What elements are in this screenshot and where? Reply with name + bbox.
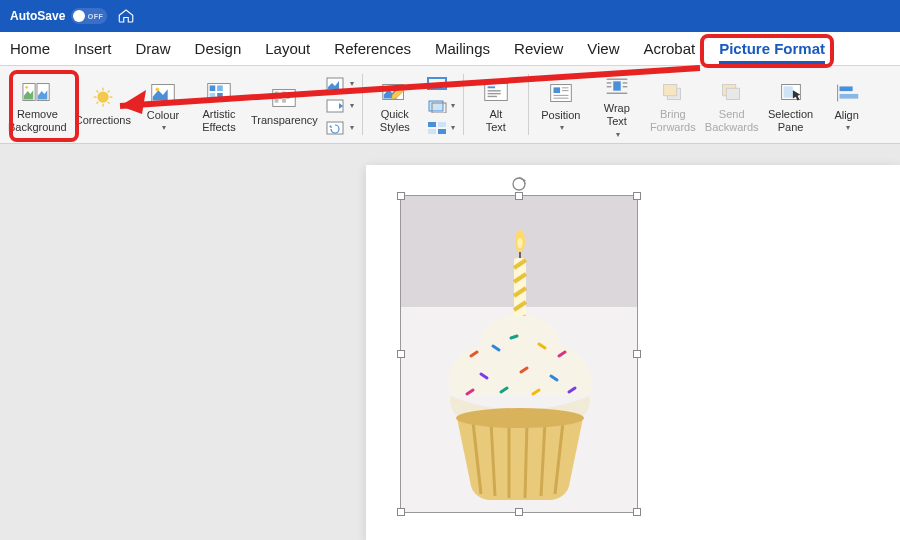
compress-pictures-button[interactable]: ▾ <box>326 74 354 94</box>
resize-handle[interactable] <box>515 192 523 200</box>
chevron-down-icon: ▾ <box>560 123 564 132</box>
group-arrange: Position ▾ Wrap Text ▾ Bring Forwards Se… <box>529 66 879 143</box>
tab-mailings[interactable]: Mailings <box>435 36 490 61</box>
cupcake-image <box>401 196 637 512</box>
svg-rect-35 <box>428 129 436 134</box>
tab-layout[interactable]: Layout <box>265 36 310 61</box>
alt-text-label: Alt Text <box>486 108 506 133</box>
tab-references[interactable]: References <box>334 36 411 61</box>
styles-small-buttons: ▾ ▾ ▾ <box>427 74 455 138</box>
colour-label: Colour <box>147 109 179 122</box>
colour-button[interactable]: Colour ▾ <box>139 79 187 133</box>
resize-handle[interactable] <box>633 192 641 200</box>
svg-rect-28 <box>327 122 343 134</box>
resize-handle[interactable] <box>515 508 523 516</box>
svg-line-10 <box>96 102 98 104</box>
bring-forwards-icon <box>657 78 689 106</box>
remove-background-icon <box>21 78 53 106</box>
svg-point-13 <box>155 87 159 91</box>
alt-text-button[interactable]: Alt Text <box>472 78 520 133</box>
toggle-knob <box>73 10 85 22</box>
chevron-down-icon: ▾ <box>350 123 354 132</box>
resize-handle[interactable] <box>397 350 405 358</box>
tab-acrobat[interactable]: Acrobat <box>643 36 695 61</box>
resize-handle[interactable] <box>397 508 405 516</box>
svg-point-95 <box>456 408 584 428</box>
ribbon-tabs: Home Insert Draw Design Layout Reference… <box>0 32 900 66</box>
tab-picture-format[interactable]: Picture Format <box>719 36 825 61</box>
adjust-small-buttons: ▾ ▾ ▾ <box>326 74 354 138</box>
align-icon <box>831 79 863 107</box>
svg-rect-44 <box>562 87 569 88</box>
svg-rect-47 <box>553 97 568 98</box>
tab-home[interactable]: Home <box>10 36 50 61</box>
chevron-down-icon: ▾ <box>451 101 455 110</box>
transparency-button[interactable]: Transparency <box>251 84 318 127</box>
autosave-control[interactable]: AutoSave OFF <box>10 8 107 24</box>
selection-pane-label: Selection Pane <box>768 108 813 133</box>
corrections-button[interactable]: Corrections <box>75 84 131 127</box>
svg-rect-58 <box>726 88 739 99</box>
tab-view[interactable]: View <box>587 36 619 61</box>
selection-pane-button[interactable]: Selection Pane <box>767 78 815 133</box>
autosave-toggle[interactable]: OFF <box>71 8 107 24</box>
group-accessibility: Alt Text <box>464 66 528 143</box>
tab-review[interactable]: Review <box>514 36 563 61</box>
svg-rect-20 <box>275 92 279 96</box>
group-adjust: Remove Background Corrections Colour ▾ A… <box>0 66 362 143</box>
chevron-down-icon: ▾ <box>451 79 455 88</box>
align-button[interactable]: Align ▾ <box>823 79 871 133</box>
picture-border-button[interactable]: ▾ <box>427 74 455 94</box>
svg-rect-37 <box>485 83 508 100</box>
chevron-down-icon: ▾ <box>350 79 354 88</box>
resize-handle[interactable] <box>397 192 405 200</box>
quick-styles-button[interactable]: Quick Styles <box>371 78 419 133</box>
svg-rect-40 <box>487 93 500 94</box>
svg-rect-38 <box>487 86 495 88</box>
chevron-down-icon: ▾ <box>451 123 455 132</box>
artistic-effects-icon <box>203 78 235 106</box>
align-label: Align <box>834 109 858 122</box>
tab-insert[interactable]: Insert <box>74 36 112 61</box>
bring-forwards-label: Bring Forwards <box>650 108 696 133</box>
svg-line-9 <box>108 102 110 104</box>
wrap-text-button[interactable]: Wrap Text ▾ <box>593 72 641 138</box>
change-picture-button[interactable]: ▾ <box>326 96 354 116</box>
svg-rect-45 <box>562 90 569 91</box>
svg-rect-24 <box>275 99 279 103</box>
home-icon[interactable] <box>117 7 135 25</box>
picture-effects-button[interactable]: ▾ <box>427 96 455 116</box>
svg-rect-34 <box>438 122 446 127</box>
svg-rect-23 <box>286 95 290 99</box>
corrections-label: Corrections <box>75 114 131 127</box>
tab-draw[interactable]: Draw <box>136 36 171 61</box>
autosave-label: AutoSave <box>10 9 65 23</box>
rotate-handle[interactable] <box>511 176 527 192</box>
svg-rect-63 <box>839 94 858 99</box>
svg-rect-30 <box>428 78 446 89</box>
svg-rect-33 <box>428 122 436 127</box>
remove-background-button[interactable]: Remove Background <box>8 78 67 133</box>
svg-line-11 <box>108 91 110 93</box>
wrap-text-icon <box>601 72 633 100</box>
artistic-effects-button[interactable]: Artistic Effects <box>195 78 243 133</box>
resize-handle[interactable] <box>633 350 641 358</box>
chevron-down-icon: ▾ <box>162 123 166 132</box>
svg-line-92 <box>525 422 527 498</box>
svg-rect-53 <box>622 86 627 87</box>
tab-design[interactable]: Design <box>195 36 242 61</box>
svg-rect-22 <box>279 95 283 99</box>
svg-rect-39 <box>487 90 500 91</box>
send-backwards-icon <box>716 78 748 106</box>
document-page[interactable] <box>366 165 900 540</box>
autosave-state: OFF <box>88 13 104 20</box>
picture-layout-button[interactable]: ▾ <box>427 118 455 138</box>
svg-rect-48 <box>613 82 621 91</box>
selected-image[interactable] <box>400 195 638 513</box>
chevron-down-icon: ▾ <box>616 130 620 139</box>
svg-rect-49 <box>607 79 628 80</box>
resize-handle[interactable] <box>633 508 641 516</box>
position-button[interactable]: Position ▾ <box>537 79 585 133</box>
chevron-down-icon: ▾ <box>350 101 354 110</box>
reset-picture-button[interactable]: ▾ <box>326 118 354 138</box>
